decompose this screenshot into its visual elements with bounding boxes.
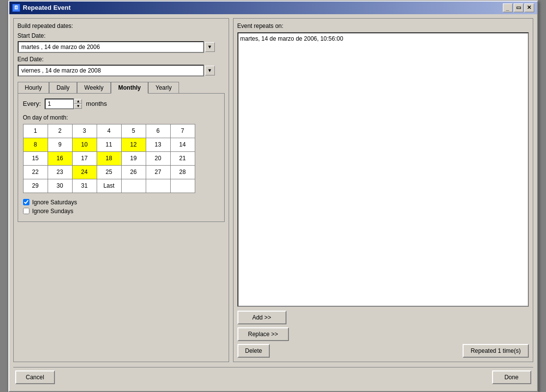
every-input[interactable] [45, 98, 74, 109]
checkboxes: Ignore Saturdays Ignore Sundays [23, 199, 219, 215]
window-icon: 🗓 [12, 4, 20, 12]
day-cell[interactable]: 24 [72, 165, 97, 179]
day-cell[interactable]: 5 [121, 124, 146, 138]
day-cell[interactable]: 29 [23, 179, 48, 193]
day-cell[interactable]: 13 [146, 138, 170, 151]
day-cell[interactable]: 15 [23, 151, 48, 165]
main-window: 🗓 Repeated Event _ ▭ ✕ Build repeated da… [8, 0, 538, 392]
ignore-sundays-row: Ignore Sundays [23, 208, 219, 215]
day-cell[interactable]: Last [97, 179, 121, 193]
left-panel: Build repeated dates: Start Date: martes… [13, 18, 229, 362]
ignore-sundays-label: Ignore Sundays [32, 208, 74, 215]
day-cell[interactable]: 6 [146, 124, 170, 138]
day-cell[interactable]: 1 [23, 124, 48, 138]
day-cell[interactable]: 18 [97, 151, 121, 165]
event-repeats-label: Event repeats on: [237, 23, 529, 29]
title-buttons: _ ▭ ✕ [503, 3, 534, 12]
every-spinner: ▲ ▼ [45, 98, 82, 109]
day-grid: 1234567891011121314151617181920212223242… [23, 124, 195, 193]
maximize-button[interactable]: ▭ [514, 3, 523, 12]
end-date-arrow[interactable]: ▼ [205, 66, 215, 75]
delete-button[interactable]: Delete [237, 344, 270, 358]
right-content: Event repeats on: martes, 14 de marzo de… [237, 23, 529, 307]
day-cell[interactable] [146, 179, 170, 193]
spinner-down[interactable]: ▼ [74, 104, 82, 109]
cancel-button[interactable]: Cancel [15, 370, 55, 384]
spinner-buttons: ▲ ▼ [74, 99, 82, 109]
add-button[interactable]: Add >> [237, 311, 286, 324]
day-cell[interactable]: 26 [121, 165, 146, 179]
minimize-button[interactable]: _ [503, 3, 513, 12]
day-cell[interactable]: 22 [23, 165, 48, 179]
end-label: End Date: [18, 56, 225, 63]
title-bar-left: 🗓 Repeated Event [12, 4, 71, 12]
day-cell[interactable]: 31 [72, 179, 97, 193]
day-cell[interactable]: 21 [170, 151, 195, 165]
done-button[interactable]: Done [492, 370, 531, 384]
day-cell[interactable]: 27 [146, 165, 170, 179]
day-cell[interactable]: 2 [48, 124, 72, 138]
day-cell[interactable]: 11 [97, 138, 121, 151]
event-list: martes, 14 de marzo de 2006, 10:56:00 [237, 32, 529, 307]
window-title: Repeated Event [23, 4, 71, 11]
close-button[interactable]: ✕ [524, 3, 534, 12]
main-area: Build repeated dates: Start Date: martes… [13, 18, 533, 362]
day-cell[interactable]: 25 [97, 165, 121, 179]
day-cell[interactable]: 23 [48, 165, 72, 179]
right-action-buttons: Add >> Replace >> [237, 311, 529, 341]
right-bottom: Delete Repeated 1 time(s) [237, 344, 529, 358]
event-list-item: martes, 14 de marzo de 2006, 10:56:00 [240, 35, 526, 42]
day-cell[interactable]: 9 [48, 138, 72, 151]
day-cell[interactable]: 30 [48, 179, 72, 193]
every-row: Every: ▲ ▼ months [23, 98, 219, 109]
months-label: months [86, 100, 107, 107]
title-bar: 🗓 Repeated Event _ ▭ ✕ [9, 1, 537, 14]
bottom-bar: Cancel Done [13, 367, 533, 387]
right-panel: Event repeats on: martes, 14 de marzo de… [233, 18, 533, 362]
day-cell[interactable]: 14 [170, 138, 195, 151]
end-date-dropdown[interactable]: viernes , 14 de marzo de 2008 [18, 65, 204, 76]
tab-hourly[interactable]: Hourly [18, 82, 50, 94]
tab-content: Every: ▲ ▼ months On day of month: [18, 93, 225, 222]
spinner-up[interactable]: ▲ [74, 99, 82, 104]
tab-daily[interactable]: Daily [49, 82, 77, 94]
every-label: Every: [23, 100, 41, 107]
day-cell[interactable] [170, 179, 195, 193]
tab-yearly[interactable]: Yearly [148, 82, 179, 94]
window-content: Build repeated dates: Start Date: martes… [9, 14, 537, 391]
start-date-dropdown[interactable]: martes , 14 de marzo de 2006 [18, 41, 204, 53]
on-day-label: On day of month: [23, 114, 219, 121]
day-cell[interactable]: 16 [48, 151, 72, 165]
start-label: Start Date: [18, 32, 225, 39]
day-cell[interactable]: 10 [72, 138, 97, 151]
start-date-row: martes , 14 de marzo de 2006 ▼ [18, 41, 225, 53]
ignore-saturdays-checkbox[interactable] [23, 199, 29, 205]
end-date-row: viernes , 14 de marzo de 2008 ▼ [18, 65, 225, 76]
frequency-tabs: Hourly Daily Weekly Monthly Yearly [18, 81, 225, 93]
day-cell[interactable]: 7 [170, 124, 195, 138]
tab-weekly[interactable]: Weekly [77, 82, 111, 94]
tab-monthly[interactable]: Monthly [111, 82, 148, 94]
day-cell[interactable]: 4 [97, 124, 121, 138]
start-date-arrow[interactable]: ▼ [205, 42, 215, 52]
day-cell[interactable] [121, 179, 146, 193]
repeated-status: Repeated 1 time(s) [463, 344, 528, 358]
day-cell[interactable]: 19 [121, 151, 146, 165]
ignore-sundays-checkbox[interactable] [23, 208, 29, 214]
day-cell[interactable]: 28 [170, 165, 195, 179]
day-cell[interactable]: 8 [23, 138, 48, 151]
ignore-saturdays-label: Ignore Saturdays [32, 199, 77, 206]
ignore-saturdays-row: Ignore Saturdays [23, 199, 219, 206]
day-cell[interactable]: 3 [72, 124, 97, 138]
build-label: Build repeated dates: [18, 23, 225, 29]
replace-button[interactable]: Replace >> [237, 327, 289, 341]
day-cell[interactable]: 20 [146, 151, 170, 165]
day-cell[interactable]: 17 [72, 151, 97, 165]
day-cell[interactable]: 12 [121, 138, 146, 151]
